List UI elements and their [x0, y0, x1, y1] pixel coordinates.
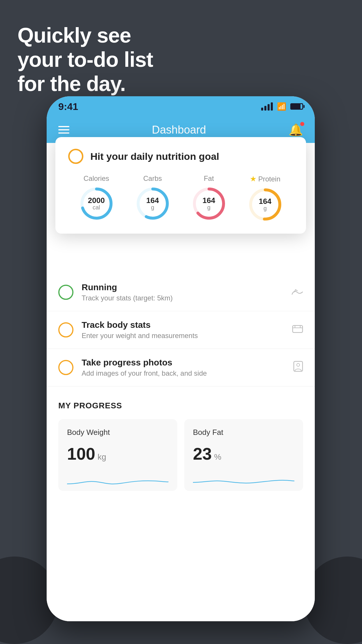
todo-running-subtitle: Track your stats (target: 5km): [82, 294, 283, 302]
fat-label: Fat: [204, 174, 214, 183]
progress-cards: Body Weight 100 kg Body Fat 23 %: [58, 419, 303, 491]
wifi-icon: 📶: [277, 102, 286, 111]
protein-circle: 164 g: [248, 187, 283, 222]
nutrition-protein: ★ Protein 164 g: [248, 174, 283, 222]
protein-label: Protein: [258, 175, 280, 183]
hero-text: Quickly see your to-do list for the day.: [17, 23, 153, 96]
carbs-label: Carbs: [143, 174, 162, 183]
scale-icon: [292, 324, 303, 336]
status-time: 9:41: [58, 101, 78, 112]
fat-value: 164 g: [203, 197, 215, 211]
todo-running-circle: [58, 285, 73, 300]
fat-circle: 164 g: [191, 186, 226, 221]
hero-line3: for the day.: [17, 72, 153, 96]
todo-progress-photos[interactable]: Take progress photos Add images of your …: [47, 349, 315, 386]
nutrition-card: Hit your daily nutrition goal Calories 2…: [55, 137, 306, 234]
todo-running-text: Running Track your stats (target: 5km): [82, 282, 283, 302]
todo-body-stats-text: Track body stats Enter your weight and m…: [82, 320, 284, 340]
star-icon: ★: [250, 174, 256, 183]
body-weight-chart: [67, 469, 168, 490]
notification-bell-icon[interactable]: 🔔: [289, 123, 303, 137]
notification-dot: [300, 122, 304, 126]
protein-value: 164 g: [259, 197, 271, 212]
calories-circle: 2000 cal: [79, 186, 114, 221]
card-header: Hit your daily nutrition goal: [68, 149, 293, 164]
todo-body-stats-title: Track body stats: [82, 320, 284, 330]
todo-running-title: Running: [82, 282, 283, 292]
todo-progress-photos-subtitle: Add images of your front, back, and side: [82, 369, 285, 377]
todo-progress-photos-text: Take progress photos Add images of your …: [82, 358, 285, 377]
progress-section: MY PROGRESS Body Weight 100 kg Body Fat: [47, 386, 315, 503]
todo-progress-photos-title: Take progress photos: [82, 358, 285, 368]
person-photo-icon: [293, 361, 303, 374]
svg-rect-8: [293, 326, 303, 332]
todo-body-stats[interactable]: Track body stats Enter your weight and m…: [47, 311, 315, 349]
running-shoe-icon: [291, 286, 303, 298]
carbs-circle: 164 g: [135, 186, 170, 221]
body-fat-chart: [193, 469, 294, 490]
nutrition-circles: Calories 2000 cal Carbs: [68, 174, 293, 222]
signal-icon: [261, 102, 273, 111]
body-weight-card: Body Weight 100 kg: [58, 419, 177, 491]
body-fat-value: 23 %: [193, 444, 294, 463]
nav-title: Dashboard: [152, 124, 206, 136]
nutrition-carbs: Carbs 164 g: [135, 174, 170, 221]
todo-section: Running Track your stats (target: 5km) T…: [47, 274, 315, 386]
body-fat-title: Body Fat: [193, 428, 294, 437]
todo-body-stats-subtitle: Enter your weight and measurements: [82, 332, 284, 340]
card-check-circle[interactable]: [68, 149, 83, 164]
card-title: Hit your daily nutrition goal: [90, 151, 219, 162]
body-fat-number: 23: [193, 444, 212, 463]
body-weight-number: 100: [67, 444, 95, 463]
main-content: THINGS TO DO TODAY Hit your daily nutrit…: [47, 143, 315, 621]
hamburger-menu[interactable]: [58, 126, 69, 134]
todo-running[interactable]: Running Track your stats (target: 5km): [47, 274, 315, 311]
hero-line2: your to-do list: [17, 48, 153, 72]
carbs-value: 164 g: [146, 197, 159, 211]
nutrition-calories: Calories 2000 cal: [79, 174, 114, 221]
calories-label: Calories: [83, 174, 109, 183]
body-fat-card: Body Fat 23 %: [184, 419, 303, 491]
todo-body-stats-circle: [58, 322, 73, 337]
calories-value: 2000 cal: [88, 197, 105, 211]
body-weight-value: 100 kg: [67, 444, 168, 463]
svg-point-13: [297, 363, 300, 366]
todo-progress-photos-circle: [58, 360, 73, 375]
body-weight-title: Body Weight: [67, 428, 168, 437]
progress-header: MY PROGRESS: [58, 401, 303, 410]
phone-frame: 9:41 📶 Dashboard 🔔 THINGS TO DO TODAY: [47, 96, 315, 621]
protein-label-row: ★ Protein: [250, 174, 280, 183]
body-weight-unit: kg: [98, 452, 106, 462]
battery-icon: [290, 103, 303, 110]
status-bar: 9:41 📶: [47, 96, 315, 117]
body-fat-unit: %: [214, 452, 222, 462]
status-icons: 📶: [261, 102, 303, 111]
hero-line1: Quickly see: [17, 23, 153, 48]
nutrition-fat: Fat 164 g: [191, 174, 226, 221]
